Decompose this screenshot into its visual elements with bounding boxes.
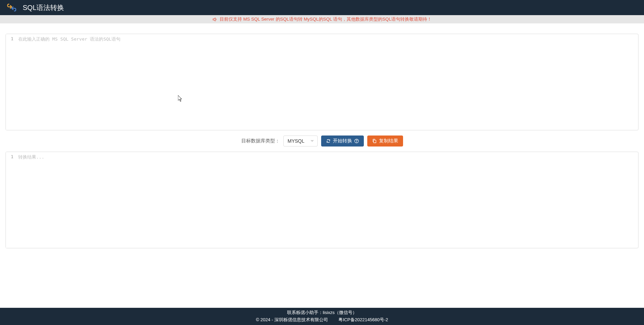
notice-bar: 目前仅支持 MS SQL Server 的SQL语句转 MySQL的SQL 语句…	[0, 15, 644, 23]
input-line-gutter: 1	[6, 34, 15, 130]
question-circle-icon	[354, 139, 359, 143]
line-number: 1	[6, 36, 13, 41]
output-code-editor[interactable]: 1 转换结果...	[6, 152, 638, 248]
svg-point-1	[356, 142, 357, 142]
app-logo-icon	[7, 3, 17, 12]
notice-text: 目前仅支持 MS SQL Server 的SQL语句转 MySQL的SQL 语句…	[220, 16, 432, 22]
logo-area: SQL语法转换	[7, 3, 64, 12]
convert-button-label: 开始转换	[333, 138, 352, 144]
target-db-select[interactable]: MYSQL	[283, 136, 318, 147]
target-db-value: MYSQL	[288, 138, 305, 144]
line-number: 1	[6, 154, 13, 159]
refresh-icon	[326, 139, 331, 143]
copy-icon	[372, 139, 377, 143]
main-content: 1 在此输入正确的 MS SQL Server 语法的SQL语句 目标数据库类型…	[0, 23, 644, 248]
app-title: SQL语法转换	[23, 3, 64, 12]
output-code-area[interactable]: 转换结果...	[15, 152, 638, 248]
copy-result-button[interactable]: 复制结果	[367, 136, 403, 147]
input-code-area[interactable]: 在此输入正确的 MS SQL Server 语法的SQL语句	[15, 34, 638, 130]
speaker-icon	[212, 17, 218, 22]
output-line-gutter: 1	[6, 152, 15, 248]
svg-rect-2	[373, 140, 376, 143]
app-header: SQL语法转换	[0, 0, 644, 15]
input-code-editor[interactable]: 1 在此输入正确的 MS SQL Server 语法的SQL语句	[6, 34, 638, 130]
controls-row: 目标数据库类型： MYSQL 开始转换	[6, 130, 638, 152]
copy-button-label: 复制结果	[379, 138, 398, 144]
convert-button[interactable]: 开始转换	[321, 136, 364, 147]
target-db-label: 目标数据库类型：	[241, 138, 280, 144]
